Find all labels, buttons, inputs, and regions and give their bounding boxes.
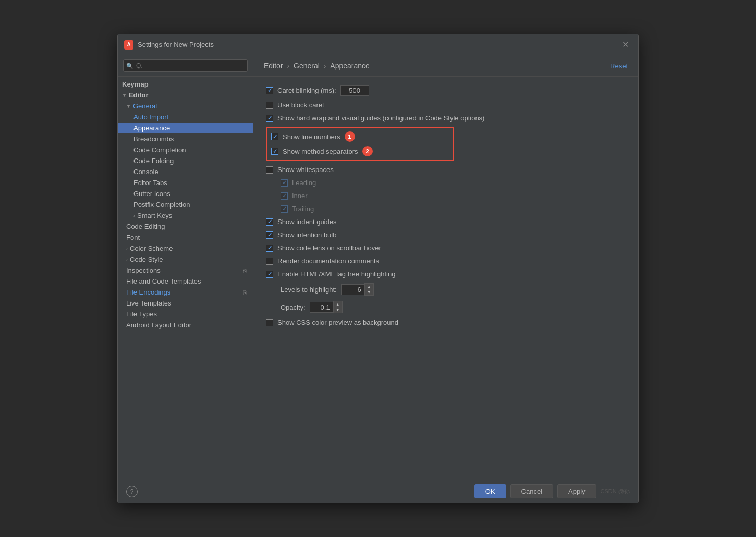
- checkbox-render-doc-comments[interactable]: [266, 258, 273, 265]
- cancel-button[interactable]: Cancel: [510, 484, 553, 498]
- checkbox-show-method-separators[interactable]: [271, 148, 278, 155]
- code-completion-label: Code Completion: [133, 146, 186, 154]
- option-use-block-caret: Use block caret: [266, 101, 626, 109]
- label-trailing: Trailing: [292, 205, 314, 213]
- sidebar-item-breadcrumbs[interactable]: Breadcrumbs: [118, 133, 253, 144]
- breadcrumb-sep1: ›: [287, 62, 291, 70]
- caret-blinking-input[interactable]: [340, 85, 369, 96]
- sidebar-item-file-types[interactable]: File Types: [118, 309, 253, 320]
- checkbox-trailing[interactable]: [281, 205, 288, 213]
- sidebar-item-code-folding[interactable]: Code Folding: [118, 155, 253, 166]
- label-inner: Inner: [292, 192, 308, 200]
- highlight-box: Show line numbers 1 Show method separato…: [266, 127, 454, 161]
- sidebar-item-auto-import[interactable]: Auto Import: [118, 112, 253, 123]
- checkbox-show-indent-guides[interactable]: [266, 218, 273, 226]
- levels-spinbox: ▲ ▼: [341, 283, 374, 296]
- checkbox-leading[interactable]: [281, 179, 288, 187]
- search-icon: 🔍: [126, 63, 133, 69]
- breadcrumb: Editor › General › Appearance: [264, 62, 370, 70]
- main-header: Editor › General › Appearance Reset: [253, 55, 638, 77]
- sidebar: 🔍 Keymap ▼ Editor ▼ General: [118, 55, 253, 480]
- option-show-method-separators: Show method separators 2: [271, 146, 448, 156]
- opacity-spinbox-down[interactable]: ▼: [334, 307, 342, 313]
- spinbox-up-button[interactable]: ▲: [365, 284, 373, 289]
- help-button[interactable]: ?: [126, 486, 138, 497]
- code-folding-label: Code Folding: [133, 157, 174, 165]
- label-render-doc-comments: Render documentation comments: [277, 257, 379, 265]
- sidebar-item-editor[interactable]: ▼ Editor: [118, 90, 253, 101]
- option-caret-blinking: Caret blinking (ms):: [266, 85, 626, 96]
- file-encodings-label: File Encodings: [126, 288, 170, 296]
- label-enable-html-xml: Enable HTML/XML tag tree highlighting: [277, 270, 395, 278]
- label-show-line-numbers: Show line numbers: [283, 133, 340, 141]
- expand-icon: ▼: [122, 93, 127, 98]
- sidebar-item-code-editing[interactable]: Code Editing: [118, 221, 253, 232]
- close-button[interactable]: ✕: [619, 39, 632, 51]
- checkbox-show-hard-wrap[interactable]: [266, 115, 273, 122]
- nav-tree: Keymap ▼ Editor ▼ General Auto Import: [118, 77, 253, 480]
- search-input[interactable]: [123, 59, 248, 72]
- sidebar-item-appearance[interactable]: Appearance: [118, 123, 253, 133]
- sidebar-item-code-style[interactable]: › Code Style: [118, 254, 253, 265]
- label-show-whitespaces: Show whitespaces: [277, 166, 334, 174]
- label-show-method-separators: Show method separators: [283, 148, 358, 155]
- inspections-label: Inspections: [126, 266, 161, 274]
- label-show-intention-bulb: Show intention bulb: [277, 231, 336, 239]
- auto-import-label: Auto Import: [133, 113, 168, 121]
- general-label: General: [133, 102, 157, 110]
- sidebar-item-console[interactable]: Console: [118, 166, 253, 177]
- sidebar-item-smart-keys[interactable]: › Smart Keys: [118, 210, 253, 221]
- checkbox-show-code-lens[interactable]: [266, 245, 273, 252]
- sidebar-item-postfix-completion[interactable]: Postfix Completion: [118, 199, 253, 210]
- checkbox-show-intention-bulb[interactable]: [266, 231, 273, 239]
- editor-tabs-label: Editor Tabs: [133, 179, 167, 187]
- label-show-css-color: Show CSS color preview as background: [277, 319, 398, 326]
- inspections-icon: ⎘: [243, 267, 247, 274]
- spinbox-buttons: ▲ ▼: [364, 283, 374, 296]
- console-label: Console: [133, 168, 158, 176]
- sidebar-item-android-layout-editor[interactable]: Android Layout Editor: [118, 320, 253, 331]
- code-editing-label: Code Editing: [126, 223, 165, 230]
- file-encodings-icon: ⎘: [243, 289, 247, 296]
- checkbox-show-css-color[interactable]: [266, 319, 273, 326]
- code-style-label: Code Style: [130, 255, 163, 263]
- opacity-spinbox-up[interactable]: ▲: [334, 301, 342, 307]
- spinbox-down-button[interactable]: ▼: [365, 289, 373, 295]
- content-area: 🔍 Keymap ▼ Editor ▼ General: [118, 55, 638, 480]
- apply-button[interactable]: Apply: [557, 484, 596, 498]
- keymap-label: Keymap: [122, 80, 149, 88]
- reset-button[interactable]: Reset: [610, 62, 628, 70]
- option-show-whitespaces: Show whitespaces: [266, 166, 626, 174]
- sidebar-item-gutter-icons[interactable]: Gutter Icons: [118, 188, 253, 199]
- ok-button[interactable]: OK: [474, 484, 506, 498]
- sidebar-item-file-encodings[interactable]: File Encodings ⎘: [118, 287, 253, 298]
- checkbox-show-whitespaces[interactable]: [266, 166, 273, 174]
- checkbox-use-block-caret[interactable]: [266, 102, 273, 109]
- checkbox-inner[interactable]: [281, 192, 288, 200]
- checkbox-caret-blinking[interactable]: [266, 87, 273, 94]
- breadcrumb-part3: Appearance: [330, 62, 370, 70]
- opacity-input[interactable]: [310, 302, 333, 313]
- sidebar-item-code-completion[interactable]: Code Completion: [118, 144, 253, 155]
- sidebar-item-keymap[interactable]: Keymap: [118, 79, 253, 90]
- sidebar-item-general[interactable]: ▼ General: [118, 101, 253, 112]
- levels-input[interactable]: [341, 284, 364, 295]
- postfix-completion-label: Postfix Completion: [133, 201, 190, 209]
- checkbox-enable-html-xml[interactable]: [266, 271, 273, 278]
- option-show-code-lens: Show code lens on scrollbar hover: [266, 244, 626, 252]
- checkbox-show-line-numbers[interactable]: [271, 133, 278, 140]
- sidebar-item-color-scheme[interactable]: › Color Scheme: [118, 243, 253, 254]
- option-opacity: Opacity: ▲ ▼: [266, 301, 626, 313]
- search-box: 🔍: [118, 55, 253, 77]
- sidebar-item-font[interactable]: Font: [118, 232, 253, 243]
- breadcrumb-part1: Editor: [264, 62, 283, 70]
- footer: ? OK Cancel Apply CSDN @孙: [118, 480, 638, 503]
- sidebar-item-live-templates[interactable]: Live Templates: [118, 298, 253, 309]
- main-panel: Editor › General › Appearance Reset Care…: [253, 55, 638, 480]
- watermark: CSDN @孙: [601, 487, 630, 495]
- footer-left: ?: [126, 486, 138, 497]
- sidebar-item-file-code-templates[interactable]: File and Code Templates: [118, 276, 253, 287]
- sidebar-item-editor-tabs[interactable]: Editor Tabs: [118, 177, 253, 188]
- breadcrumb-sep2: ›: [324, 62, 328, 70]
- sidebar-item-inspections[interactable]: Inspections ⎘: [118, 265, 253, 276]
